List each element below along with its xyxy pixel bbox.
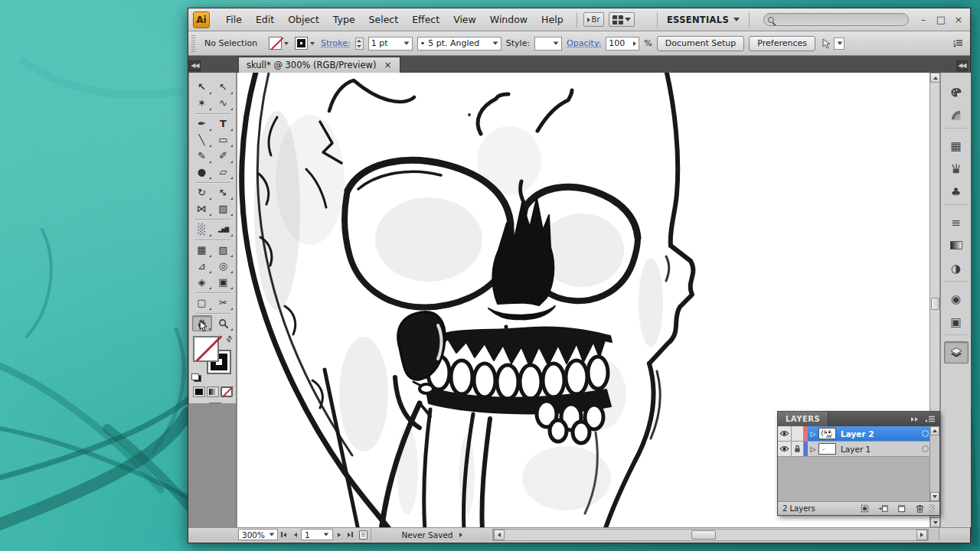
layer-name[interactable]: Layer 1 <box>841 445 871 454</box>
minimize-button[interactable]: – <box>918 15 929 25</box>
stroke-swatch[interactable] <box>295 37 308 50</box>
pen-tool[interactable]: ✒ <box>192 116 212 132</box>
next-artboard-button[interactable] <box>333 529 345 540</box>
fill-proxy-swatch[interactable] <box>193 336 219 362</box>
delete-layer-button[interactable] <box>910 503 929 515</box>
none-button[interactable] <box>220 386 233 397</box>
menu-edit[interactable]: Edit <box>249 11 281 28</box>
scroll-up-button[interactable] <box>930 73 940 83</box>
menu-view[interactable]: View <box>446 11 483 28</box>
opacity-input[interactable]: 100 <box>606 37 639 51</box>
preferences-button[interactable]: Preferences <box>749 36 815 51</box>
layer-target-circle[interactable] <box>922 430 929 437</box>
menu-type[interactable]: Type <box>326 11 362 28</box>
stroke-panel-link[interactable]: Stroke: <box>321 38 351 48</box>
live-paint-selection-tool[interactable]: ▣ <box>214 274 234 290</box>
maximize-button[interactable]: □ <box>936 15 946 25</box>
close-button[interactable]: × <box>953 15 964 25</box>
zoom-tool[interactable] <box>214 315 234 331</box>
panel-menu-icon[interactable] <box>924 415 936 424</box>
horizontal-scrollbar[interactable] <box>493 529 928 541</box>
direct-selection-tool[interactable]: ↖ <box>214 79 234 95</box>
opacity-panel-link[interactable]: Opacity: <box>567 38 601 48</box>
layer-name[interactable]: Layer 2 <box>841 429 874 439</box>
control-panel-menu[interactable] <box>952 38 964 49</box>
color-button[interactable] <box>193 386 205 397</box>
gradient-tool[interactable]: ▨ <box>214 242 234 258</box>
menu-effect[interactable]: Effect <box>405 11 446 28</box>
stroke-weight-stepper[interactable] <box>355 37 364 50</box>
layer-target-circle[interactable] <box>922 445 929 452</box>
free-transform-tool[interactable]: ▧ <box>214 201 234 217</box>
dock-panel-transparency[interactable]: ◑ <box>944 257 969 279</box>
dock-panel-graphic-styles[interactable]: ▣ <box>944 311 969 333</box>
slice-tool[interactable]: ✂ <box>214 295 234 311</box>
zoom-level-combo[interactable]: 300% <box>238 529 278 540</box>
search-input[interactable] <box>763 13 909 26</box>
paintbrush-tool[interactable]: ✎ <box>192 148 212 164</box>
stroke-dropdown[interactable] <box>309 37 316 50</box>
lasso-tool[interactable]: ∿ <box>214 95 234 111</box>
artboard-tool[interactable]: ▢ <box>192 295 212 311</box>
layer-thumbnail[interactable] <box>818 443 836 455</box>
mesh-tool[interactable]: ▦ <box>192 242 212 258</box>
type-tool[interactable]: T <box>214 116 234 132</box>
eraser-tool[interactable]: ▱ <box>214 164 234 180</box>
app-icon[interactable]: Ai <box>193 11 210 28</box>
dock-panel-swatches[interactable]: ▦ <box>944 135 969 157</box>
panel-resize-grip[interactable] <box>929 504 935 514</box>
layers-tab[interactable]: LAYERS <box>778 412 828 426</box>
style-combo[interactable] <box>534 37 562 51</box>
scale-tool[interactable]: ↔ <box>214 184 234 201</box>
layers-scrollbar[interactable] <box>929 426 939 501</box>
hand-tool[interactable] <box>192 315 212 331</box>
rectangle-tool[interactable]: ▭ <box>214 132 234 148</box>
scroll-left-button[interactable] <box>494 530 505 540</box>
layers-scroll-down[interactable] <box>930 492 939 501</box>
swap-fill-stroke-icon[interactable]: ⇄ <box>224 334 234 344</box>
menu-window[interactable]: Window <box>483 11 534 28</box>
expand-triangle-icon[interactable]: ▷ <box>808 430 818 438</box>
arrange-documents-button[interactable] <box>609 12 635 27</box>
selection-tool[interactable]: ↖ <box>192 79 212 95</box>
cursor-options-dropdown[interactable] <box>834 37 844 50</box>
make-clipping-mask-button[interactable] <box>855 503 874 515</box>
menu-select[interactable]: Select <box>362 11 406 28</box>
live-paint-bucket-tool[interactable]: ◈ <box>192 274 212 290</box>
brush-definition-combo[interactable]: • 5 pt. Angled <box>417 37 501 51</box>
dock-panel-layers[interactable] <box>944 341 969 364</box>
dock-panel-gradient[interactable] <box>944 234 969 256</box>
new-sublayer-button[interactable] <box>874 503 892 515</box>
fill-dropdown[interactable] <box>283 37 290 50</box>
save-status-field[interactable]: Never Saved <box>371 529 493 541</box>
line-segment-tool[interactable]: ╲ <box>192 132 212 148</box>
dock-panel-color[interactable] <box>944 81 969 103</box>
visibility-eye-icon[interactable] <box>778 426 792 441</box>
menu-object[interactable]: Object <box>281 11 326 28</box>
document-tab[interactable]: skull* @ 300% (RGB/Preview) × <box>238 57 400 73</box>
dock-panel-appearance[interactable]: ◉ <box>944 288 969 310</box>
first-artboard-button[interactable] <box>278 529 289 540</box>
last-artboard-button[interactable] <box>345 529 356 540</box>
close-document-icon[interactable]: × <box>384 60 391 70</box>
eyedropper-tool[interactable]: ⊿ <box>192 258 212 274</box>
blob-brush-tool[interactable]: ● <box>192 164 212 180</box>
lock-icon[interactable] <box>792 442 804 456</box>
scroll-right-button[interactable] <box>916 530 927 540</box>
pencil-tool[interactable]: ✐ <box>214 148 234 164</box>
blend-tool[interactable]: ◎ <box>214 258 234 274</box>
bridge-button[interactable]: Br <box>583 12 604 27</box>
dock-panel-brushes[interactable] <box>944 158 969 180</box>
dock-panel-stroke[interactable]: ≡ <box>944 211 969 233</box>
vertical-scroll-thumb[interactable] <box>931 298 939 310</box>
fill-swatch[interactable] <box>269 37 282 50</box>
menu-file[interactable]: File <box>219 11 249 28</box>
horizontal-scroll-thumb[interactable] <box>691 530 716 540</box>
dock-collapse-button[interactable]: ◀◀ <box>956 60 968 71</box>
column-graph-tool[interactable]: ▂▅▇ <box>214 221 234 237</box>
selection-behavior-group[interactable] <box>820 37 844 50</box>
rotate-tool[interactable]: ↻ <box>192 184 212 201</box>
workspace-switcher[interactable]: ESSENTIALS <box>652 12 754 28</box>
menu-help[interactable]: Help <box>534 11 570 28</box>
document-setup-button[interactable]: Document Setup <box>657 36 745 51</box>
